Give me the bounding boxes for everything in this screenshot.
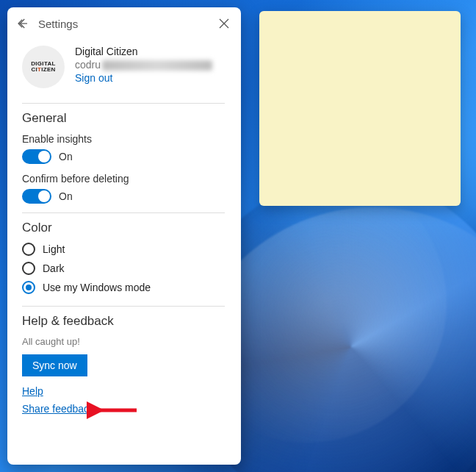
desktop-background: Settings DIGITAL CITIZEN Digital Citizen — [0, 0, 476, 472]
setting-enable-insights: Enable insights On — [22, 133, 225, 164]
radio-dark[interactable]: Dark — [22, 262, 225, 275]
radio-label: Dark — [43, 262, 65, 274]
radio-light[interactable]: Light — [22, 243, 225, 256]
email-prefix: codru — [75, 59, 101, 71]
avatar: DIGITAL CITIZEN — [22, 46, 65, 88]
radio-icon — [22, 262, 35, 275]
radio-windows-mode[interactable]: Use my Windows mode — [22, 281, 225, 294]
setting-label: Confirm before deleting — [22, 173, 225, 185]
arrow-left-icon — [16, 17, 29, 30]
page-title: Settings — [32, 18, 216, 30]
settings-scroll[interactable]: DIGITAL CITIZEN Digital Citizen codru Si… — [7, 40, 241, 465]
share-feedback-link[interactable]: Share feedback — [22, 403, 225, 415]
color-radio-group: Light Dark Use my Windows mode — [22, 243, 225, 294]
close-button[interactable] — [216, 18, 232, 29]
radio-icon — [22, 281, 35, 294]
section-heading-general: General — [22, 111, 225, 126]
setting-confirm-delete: Confirm before deleting On — [22, 173, 225, 204]
section-heading-help: Help & feedback — [22, 314, 225, 329]
divider — [22, 212, 225, 213]
divider — [22, 306, 225, 307]
avatar-text: IZEN — [41, 66, 55, 73]
help-link[interactable]: Help — [22, 385, 225, 397]
divider — [22, 103, 225, 104]
section-heading-color: Color — [22, 221, 225, 235]
sync-status: All caught up! — [22, 336, 225, 347]
toggle-state: On — [59, 190, 73, 202]
close-icon — [219, 18, 229, 29]
setting-label: Enable insights — [22, 133, 225, 145]
toggle-knob — [38, 151, 50, 162]
toggle-confirm-delete[interactable] — [22, 189, 51, 204]
account-block: DIGITAL CITIZEN Digital Citizen codru Si… — [22, 40, 225, 99]
toggle-state: On — [59, 151, 73, 162]
sign-out-link[interactable]: Sign out — [75, 72, 212, 84]
sync-now-button[interactable]: Sync now — [22, 354, 87, 376]
avatar-text: CI — [31, 66, 37, 73]
radio-icon — [22, 243, 35, 256]
titlebar: Settings — [7, 7, 241, 40]
toggle-enable-insights[interactable] — [22, 149, 51, 164]
account-email: codru — [75, 59, 212, 71]
back-button[interactable] — [16, 17, 32, 30]
radio-label: Use my Windows mode — [43, 282, 151, 293]
redacted-email — [102, 60, 212, 71]
toggle-knob — [38, 190, 50, 202]
radio-label: Light — [43, 243, 65, 255]
sticky-note[interactable] — [259, 11, 461, 206]
settings-panel: Settings DIGITAL CITIZEN Digital Citizen — [7, 7, 241, 465]
account-name: Digital Citizen — [75, 46, 212, 57]
